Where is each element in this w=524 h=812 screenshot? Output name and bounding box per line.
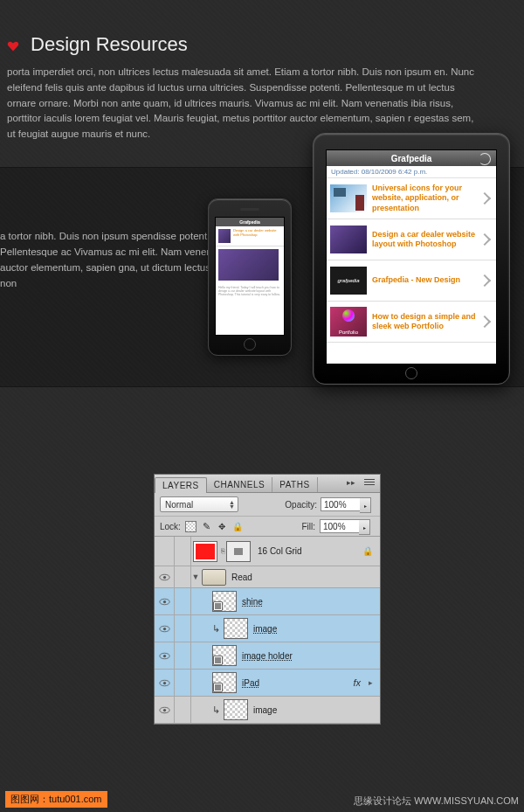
iphone-device: Grafpedia Design a car dealer website wi… bbox=[208, 198, 292, 356]
layer-thumb bbox=[193, 541, 217, 562]
layer-thumb bbox=[212, 591, 237, 612]
tab-channels[interactable]: CHANNELS bbox=[207, 477, 272, 492]
visibility-toggle[interactable] bbox=[155, 566, 175, 587]
layer-row[interactable]: iPad fx ▸ bbox=[155, 670, 380, 697]
visibility-toggle[interactable] bbox=[155, 642, 175, 669]
ipad-device: Grafpedia Updated: 08/10/2009 6:42 p.m. … bbox=[313, 133, 510, 385]
layer-row[interactable]: ↳ image bbox=[155, 615, 380, 642]
ipad-row[interactable]: Design a car dealer website layout with … bbox=[327, 219, 496, 260]
layer-name: iPad bbox=[242, 678, 259, 688]
iphone-body: Hello my friend. Today I will teach you … bbox=[216, 283, 284, 300]
layer-thumb bbox=[224, 699, 248, 720]
ipad-nav-title: Grafpedia bbox=[327, 154, 496, 163]
layer-group-row[interactable]: ▼ Read bbox=[155, 566, 380, 588]
layer-row[interactable]: shine bbox=[155, 588, 380, 615]
thumb-portfolio: Portfolio bbox=[330, 307, 367, 337]
chevron-right-icon bbox=[479, 192, 491, 205]
layer-row[interactable]: ⎘ 16 Col Grid 🔒 bbox=[155, 537, 380, 566]
blend-mode-select[interactable]: Normal▲▼ bbox=[160, 496, 238, 512]
layer-row[interactable]: image holder bbox=[155, 642, 380, 670]
lock-position-icon[interactable]: ✥ bbox=[217, 521, 228, 532]
visibility-toggle[interactable] bbox=[155, 588, 175, 614]
svg-point-5 bbox=[162, 627, 165, 629]
visibility-toggle[interactable] bbox=[155, 537, 175, 566]
lock-icon: 🔒 bbox=[362, 546, 373, 556]
watermark-left: 图图网：tutu001.com bbox=[5, 791, 107, 808]
fill-input[interactable]: 100%▸ bbox=[320, 519, 360, 533]
ipad-home-button[interactable] bbox=[405, 367, 417, 379]
watermark-right: 思缘设计论坛 WWW.MISSYUAN.COM bbox=[354, 795, 519, 808]
chevron-right-icon bbox=[479, 274, 491, 287]
disclosure-triangle[interactable]: ▼ bbox=[191, 573, 200, 581]
ipad-row[interactable]: Portfolio How to design a simple and sle… bbox=[327, 302, 496, 343]
page-title: Design Resources bbox=[31, 33, 188, 56]
iphone-home-button[interactable] bbox=[244, 338, 256, 350]
panel-tabs: LAYERS CHANNELS PATHS ▸▸ bbox=[155, 475, 380, 493]
lock-label: Lock: bbox=[160, 522, 181, 531]
fill-label: Fill: bbox=[301, 522, 315, 531]
layer-name: image bbox=[253, 624, 277, 634]
layer-name: 16 Col Grid bbox=[258, 546, 302, 556]
layer-mask bbox=[226, 541, 251, 562]
layer-thumb bbox=[224, 618, 248, 639]
folder-icon bbox=[202, 569, 226, 586]
thumb-car-dealer bbox=[330, 226, 367, 253]
layer-name: image bbox=[253, 705, 277, 715]
visibility-toggle[interactable] bbox=[155, 670, 175, 696]
svg-point-1 bbox=[162, 575, 165, 578]
chevron-right-icon bbox=[479, 316, 491, 328]
layer-name: shine bbox=[242, 597, 263, 607]
lock-transparent-icon[interactable] bbox=[185, 521, 196, 532]
ipad-row[interactable]: grafpedia Grafpedia - New Design bbox=[327, 260, 496, 302]
thumb-icons bbox=[330, 184, 367, 212]
opacity-label: Opacity: bbox=[285, 500, 317, 510]
refresh-icon[interactable] bbox=[479, 153, 491, 165]
collapse-icon[interactable]: ▸▸ bbox=[347, 478, 355, 487]
ipad-updated: Updated: 08/10/2009 6:42 p.m. bbox=[327, 166, 496, 178]
svg-point-11 bbox=[162, 708, 165, 711]
layer-name: image holder bbox=[242, 651, 293, 661]
clip-indicator-icon: ↳ bbox=[212, 704, 220, 716]
layer-row[interactable]: ↳ image bbox=[155, 697, 380, 724]
svg-point-9 bbox=[162, 681, 165, 684]
opacity-input[interactable]: 100%▸ bbox=[321, 497, 361, 511]
svg-point-7 bbox=[162, 654, 165, 656]
tab-paths[interactable]: PATHS bbox=[272, 477, 317, 492]
svg-point-3 bbox=[162, 600, 165, 602]
panel-menu-icon[interactable] bbox=[364, 479, 375, 486]
intro-text: porta imperdiet orci, non ultrices lectu… bbox=[7, 56, 487, 142]
ipad-row[interactable]: Universal icons for your website, applic… bbox=[327, 178, 496, 219]
layer-thumb bbox=[212, 672, 237, 693]
layer-name: Read bbox=[231, 573, 252, 582]
lock-all-icon[interactable]: 🔒 bbox=[232, 521, 244, 532]
visibility-toggle[interactable] bbox=[155, 697, 175, 723]
fx-badge[interactable]: fx bbox=[353, 677, 361, 688]
tab-layers[interactable]: LAYERS bbox=[155, 477, 207, 493]
heart-icon bbox=[7, 40, 19, 52]
iphone-row-text: Design a car dealer website with Photosh… bbox=[233, 229, 281, 243]
thumb-grafpedia: grafpedia bbox=[330, 267, 367, 295]
layers-panel: LAYERS CHANNELS PATHS ▸▸ Normal▲▼ Opacit… bbox=[154, 474, 381, 725]
iphone-nav-title: Grafpedia bbox=[216, 218, 284, 226]
chevron-right-icon bbox=[479, 233, 491, 246]
visibility-toggle[interactable] bbox=[155, 615, 175, 642]
fx-disclosure[interactable]: ▸ bbox=[366, 678, 375, 687]
clip-indicator-icon: ↳ bbox=[212, 623, 220, 635]
layer-thumb bbox=[212, 645, 237, 666]
lock-pixels-icon[interactable]: ✎ bbox=[201, 521, 212, 532]
devices-band: a tortor nibh. Duis non ipsum spendisse … bbox=[0, 167, 524, 387]
